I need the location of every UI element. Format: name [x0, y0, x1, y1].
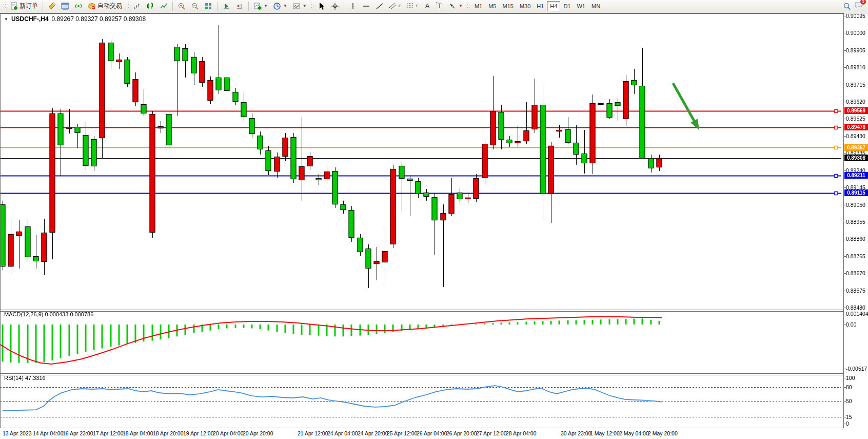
- time-label: 16 Apr 23:00: [63, 430, 93, 436]
- toolbar-grip[interactable]: [311, 2, 313, 10]
- chart-title-row: ▼ USDCHF-,H4 0.89267 0.89327 0.89257 0.8…: [4, 15, 146, 23]
- timeframes-menu-button[interactable]: ▼: [271, 1, 289, 11]
- time-label: 14 Apr 04:00: [33, 430, 64, 436]
- price-line-badge: 0.89478: [844, 124, 868, 130]
- tf-button-M30[interactable]: M30: [517, 1, 534, 11]
- price-line-badge: 0.89115: [844, 189, 868, 196]
- macd-scale-tick: 0.00: [846, 321, 856, 328]
- price-tick: 0.89525: [846, 116, 865, 122]
- templates-button[interactable]: ▼: [290, 1, 309, 11]
- bar-chart-button[interactable]: [131, 1, 143, 11]
- time-label: 24 Apr 20:00: [358, 430, 388, 436]
- price-tick: 0.88955: [846, 219, 865, 225]
- price-tick: 0.88860: [846, 236, 865, 242]
- vline-tool-button[interactable]: [347, 1, 359, 11]
- cursor-icon: [318, 2, 326, 10]
- horizontal-line-icon: [362, 2, 370, 10]
- zoom-in-button[interactable]: [175, 1, 188, 11]
- tf-button-H4[interactable]: H4: [547, 1, 560, 11]
- crosshair-tool-button[interactable]: [329, 1, 341, 11]
- time-label: 2 May 20:00: [648, 430, 678, 436]
- candlestick-icon: [146, 2, 154, 10]
- tf-button-D1[interactable]: D1: [560, 1, 574, 11]
- candlestick-chart-button[interactable]: [144, 1, 156, 11]
- search-icon[interactable]: [843, 2, 851, 10]
- text-tool-label: A: [425, 2, 430, 10]
- channel-tool-button[interactable]: E: [387, 1, 403, 11]
- time-label: 27 Apr 12:00: [476, 430, 507, 436]
- trendline-tool-button[interactable]: [373, 1, 386, 11]
- tf-button-MN[interactable]: MN: [588, 1, 603, 11]
- price-tick: 0.89905: [846, 47, 865, 53]
- indicators-button[interactable]: ▼: [251, 1, 270, 11]
- notification-badge: 1: [860, 0, 866, 5]
- macd-scale-tick: 0.001404: [846, 311, 868, 317]
- tf-button-M1[interactable]: M1: [471, 1, 485, 11]
- cursor-tool-button[interactable]: [315, 1, 328, 11]
- line-chart-button[interactable]: [157, 1, 170, 11]
- profile-button[interactable]: [59, 1, 71, 11]
- zoom-out-button[interactable]: [189, 1, 201, 11]
- tf-button-W1[interactable]: W1: [574, 1, 588, 11]
- chart-window: ▼ USDCHF-,H4 0.89267 0.89327 0.89257 0.8…: [0, 13, 868, 439]
- signal-icon: [74, 2, 83, 10]
- zoom-in-icon: [177, 2, 186, 10]
- chart-shift-icon: [235, 2, 244, 10]
- price-tick: 0.89620: [846, 99, 865, 105]
- price-tick: 0.88765: [846, 253, 865, 259]
- fibo-tool-label: F: [416, 4, 419, 8]
- label-tool-label: T: [436, 2, 443, 10]
- price-line-badge: 0.89569: [844, 107, 868, 114]
- time-label: 18 Apr 20:00: [153, 430, 184, 436]
- clock-icon: [273, 2, 281, 10]
- time-label: 26 Apr 20:00: [446, 430, 477, 436]
- rsi-scale-tick: 50: [846, 398, 852, 404]
- arrow-objects-icon: [448, 2, 457, 10]
- template-icon: [292, 2, 301, 10]
- price-tick: 0.89715: [846, 82, 865, 88]
- auto-scroll-button[interactable]: [220, 1, 232, 11]
- fibonacci-tool-button[interactable]: F: [404, 1, 421, 11]
- auto-trading-button[interactable]: 自动交易: [86, 1, 124, 11]
- price-tick: 0.89810: [846, 64, 865, 70]
- chart-wizard-button[interactable]: [46, 1, 58, 11]
- channel-tool-label: E: [399, 4, 401, 8]
- chevron-down-icon: ▼: [459, 4, 463, 8]
- time-axis[interactable]: 13 Apr 202314 Apr 04:0016 Apr 23:0017 Ap…: [0, 428, 844, 439]
- vertical-line-icon: [349, 2, 357, 10]
- arrows-tool-button[interactable]: ▼: [446, 1, 465, 11]
- tf-button-H1[interactable]: H1: [534, 1, 547, 11]
- time-label: 2 May 04:00: [619, 430, 649, 436]
- window-menu-icon[interactable]: ▼: [4, 17, 8, 22]
- macd-scale-tick: -0.00517: [846, 366, 867, 372]
- chart-shift-button[interactable]: [233, 1, 246, 11]
- crosshair-icon: [331, 2, 339, 10]
- rsi-scale-tick: 0: [846, 421, 849, 427]
- new-order-button[interactable]: 新订单: [8, 1, 40, 11]
- notifications-button[interactable]: 1: [854, 1, 863, 11]
- toolbar-grip[interactable]: [3, 2, 6, 10]
- label-tool-button[interactable]: T: [434, 1, 445, 11]
- rsi-indicator-label: RSI(14) 47.3316: [4, 375, 46, 381]
- time-label: 17 Apr 12:00: [93, 430, 124, 436]
- rsi-scale-tick: 15: [846, 414, 852, 420]
- price-axis[interactable]: 0.900950.900000.899050.898100.897150.896…: [844, 13, 868, 439]
- time-label: 20 Apr 20:00: [243, 430, 273, 436]
- tf-button-M5[interactable]: M5: [485, 1, 499, 11]
- chart-symbol-title: USDCHF-,H4: [11, 15, 49, 23]
- text-tool-button[interactable]: A: [422, 1, 433, 11]
- price-tick: 0.89050: [846, 202, 865, 208]
- profile-icon: [61, 2, 69, 10]
- tf-button-M15[interactable]: M15: [499, 1, 516, 11]
- toolbar-grip[interactable]: [126, 2, 129, 10]
- time-label: 25 Apr 12:00: [387, 430, 418, 436]
- tile-windows-button[interactable]: [202, 1, 214, 11]
- price-tick: 0.88670: [846, 270, 865, 276]
- chevron-down-icon: ▼: [303, 4, 307, 8]
- hline-tool-button[interactable]: [360, 1, 372, 11]
- signals-button[interactable]: [72, 1, 85, 11]
- time-label: 19 Apr 12:00: [183, 430, 214, 436]
- chart-plot-area[interactable]: [0, 13, 847, 439]
- toolbar-grip[interactable]: [467, 2, 469, 10]
- price-line-badge: 0.89367: [844, 144, 868, 151]
